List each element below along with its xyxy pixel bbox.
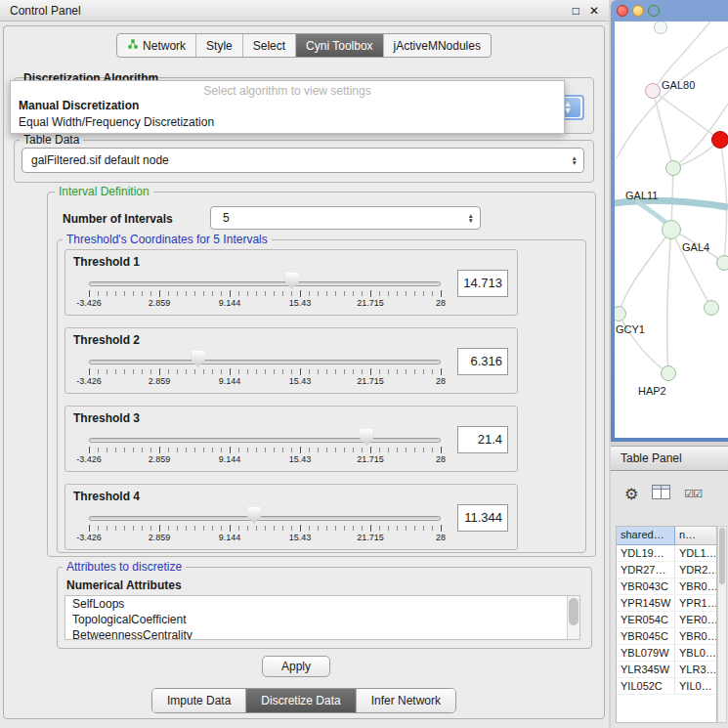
tab-jactivemnodules[interactable]: jActiveMNodules: [383, 34, 491, 57]
slider-ticks: [89, 526, 441, 531]
threshold-1-slider[interactable]: -3.4262.8599.14415.4321.71528: [89, 250, 441, 317]
close-traffic-light-icon[interactable]: [617, 5, 628, 17]
float-window-icon[interactable]: □: [573, 4, 579, 18]
column-header-shared-name[interactable]: shared…: [617, 527, 675, 545]
apply-button[interactable]: Apply: [262, 656, 330, 677]
network-canvas: GAL80GAL11GAL4GCY1HAP2: [615, 21, 728, 438]
threshold-3-slider-thumb[interactable]: [360, 429, 373, 446]
slider-major-tick: [230, 290, 231, 297]
network-node-label: GAL11: [625, 190, 658, 201]
intervals-spinner-icon: ▲▼: [468, 213, 474, 223]
threshold-1-slider-thumb[interactable]: [285, 273, 299, 289]
tab-style[interactable]: Style: [195, 34, 242, 57]
tab-impute-data-label: Impute Data: [167, 694, 231, 707]
table-cell: YLR3…: [675, 662, 716, 677]
minimize-traffic-light-icon[interactable]: [632, 5, 644, 17]
numerical-attributes-list[interactable]: SelfLoopsTopologicalCoefficientBetweenne…: [64, 595, 580, 640]
slider-ticks: [89, 291, 441, 296]
threshold-2-value-field[interactable]: 6.316: [457, 348, 508, 375]
list-item[interactable]: TopologicalCoefficient: [65, 612, 579, 627]
table-data-combo[interactable]: galFiltered.sif default node ▲▼: [21, 148, 584, 173]
scrollbar-thumb[interactable]: [569, 598, 578, 625]
table-row[interactable]: YDL19…YDL1…: [617, 545, 716, 562]
attributes-list-scrollbar[interactable]: [567, 596, 579, 639]
threshold-3-value-field[interactable]: 21.4: [457, 426, 508, 453]
list-item[interactable]: BetweennessCentrality: [65, 627, 579, 640]
slider-major-tick: [89, 447, 90, 453]
slider-major-tick: [370, 368, 371, 375]
table-row[interactable]: YBR043CYBR0…: [617, 578, 716, 595]
close-window-icon[interactable]: ✕: [589, 4, 599, 18]
slider-major-tick: [230, 447, 231, 453]
popup-item-manual-discretization[interactable]: Manual Discretization: [11, 98, 564, 114]
threshold-4-value-field[interactable]: 11.344: [457, 504, 508, 532]
network-node[interactable]: [665, 160, 681, 176]
threshold-1-panel: Threshold 1 -3.4262.8599.14415.4321.7152…: [64, 249, 518, 316]
table-cell: YPR145W: [617, 595, 675, 611]
number-of-intervals-combo[interactable]: 5 ▲▼: [210, 206, 481, 230]
list-item[interactable]: SelfLoops: [65, 596, 579, 612]
tab-style-label: Style: [206, 39, 233, 53]
network-node[interactable]: [716, 255, 728, 271]
columns-icon[interactable]: [652, 485, 670, 503]
table-row[interactable]: YER054CYER0…: [617, 612, 716, 628]
tab-network-label: Network: [143, 39, 186, 53]
table-row[interactable]: YLR345WYLR3…: [617, 662, 716, 678]
threshold-2-slider-thumb[interactable]: [192, 351, 205, 367]
slider-scale-label: -3.426: [76, 533, 102, 542]
gear-icon[interactable]: ⚙: [624, 485, 638, 503]
slider-major-tick: [159, 290, 160, 297]
zoom-traffic-light-icon[interactable]: [648, 5, 660, 17]
column-header-name[interactable]: n…: [675, 527, 716, 545]
network-node[interactable]: [662, 220, 681, 239]
slider-scale-label: 9.144: [219, 533, 241, 542]
slider-track[interactable]: [89, 516, 441, 521]
algorithm-popup: Select algorithm to view settings Manual…: [10, 80, 565, 134]
scrollbar-thumb[interactable]: [719, 528, 725, 584]
tab-discretize-data-label: Discretize Data: [261, 694, 340, 707]
table-scrollbar[interactable]: [717, 526, 727, 723]
table-row[interactable]: YBL079WYBL0…: [617, 645, 716, 662]
slider-major-tick: [89, 290, 90, 297]
table-row[interactable]: YBR045CYBR0…: [617, 628, 716, 645]
tab-discretize-data[interactable]: Discretize Data: [245, 689, 355, 712]
slider-major-tick: [89, 525, 90, 532]
slider-scale-label: 2.859: [149, 533, 171, 542]
threshold-2-slider[interactable]: -3.4262.8599.14415.4321.71528: [89, 328, 441, 395]
network-node[interactable]: [645, 83, 661, 99]
slider-major-tick: [300, 447, 301, 453]
numerical-attributes-label: Numerical Attributes: [66, 578, 182, 592]
slider-track[interactable]: [89, 281, 441, 286]
network-node[interactable]: [711, 131, 728, 149]
tab-cyni-toolbox[interactable]: Cyni Toolbox: [295, 34, 382, 57]
threshold-1-value-field[interactable]: 14.713: [457, 270, 508, 297]
slider-scale-label: 2.859: [149, 454, 171, 464]
threshold-4-slider-thumb[interactable]: [247, 507, 261, 524]
tab-infer-network[interactable]: Infer Network: [356, 689, 455, 712]
tab-impute-data[interactable]: Impute Data: [152, 689, 245, 712]
table-cell: YDR2…: [675, 562, 716, 578]
slider-track[interactable]: [89, 438, 441, 443]
slider-major-tick: [159, 368, 160, 375]
bottom-tab-strip: Impute Data Discretize Data Infer Networ…: [151, 688, 456, 713]
tab-select[interactable]: Select: [242, 34, 295, 57]
slider-major-tick: [441, 525, 442, 532]
table-row[interactable]: YDR27…YDR2…: [617, 562, 716, 578]
slider-major-tick: [230, 525, 231, 532]
slider-major-tick: [370, 447, 371, 453]
network-node[interactable]: [704, 300, 719, 316]
table-row[interactable]: YPR145WYPR1…: [617, 595, 716, 612]
threshold-4-slider[interactable]: -3.4262.8599.14415.4321.71528: [89, 485, 441, 551]
network-node[interactable]: [661, 365, 676, 381]
popup-item-equal-width[interactable]: Equal Width/Frequency Discretization: [11, 114, 564, 131]
slider-scale-label: -3.426: [76, 298, 102, 308]
threshold-3-slider[interactable]: -3.4262.8599.14415.4321.71528: [89, 407, 441, 473]
select-columns-icon[interactable]: ☑☑: [684, 488, 702, 500]
tab-network[interactable]: Network: [117, 34, 195, 57]
slider-scale-label: 21.715: [357, 454, 384, 464]
network-window: GAL80GAL11GAL4GCY1HAP2: [611, 0, 728, 442]
slider-track[interactable]: [89, 360, 441, 364]
slider-major-tick: [89, 368, 90, 375]
table-cell: YBL0…: [675, 645, 716, 661]
table-row[interactable]: YIL052CYIL0…: [617, 678, 716, 695]
